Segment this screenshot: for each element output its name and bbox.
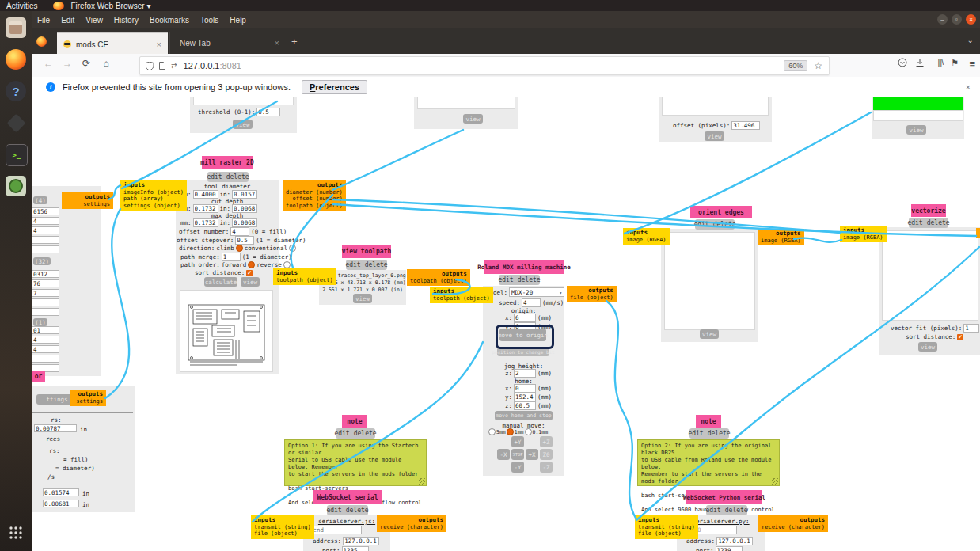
window-close-button[interactable]: ×: [966, 14, 976, 25]
sort-distance-checkbox[interactable]: ✓: [246, 270, 253, 276]
offset-stepover-input[interactable]: [235, 236, 254, 245]
edit-delete-buttons[interactable]: edit delete: [336, 428, 375, 439]
module-header-fragment[interactable]: or: [32, 370, 45, 382]
outputs-block[interactable]: outputs file (object): [567, 286, 617, 302]
dock-help-icon[interactable]: ?: [6, 81, 26, 101]
activities-button[interactable]: Activities: [0, 2, 44, 10]
list-all-tabs-icon[interactable]: ⌄: [967, 36, 974, 44]
edit-delete-buttons[interactable]: edit delete: [695, 219, 735, 230]
view-button[interactable]: view: [700, 329, 719, 339]
threshold-input[interactable]: [256, 108, 280, 116]
dock-notes-icon[interactable]: [6, 176, 26, 196]
hamburger-menu-icon[interactable]: ≡: [969, 58, 975, 70]
value-input[interactable]: [32, 226, 59, 234]
zoom-level-badge[interactable]: 60%: [784, 60, 807, 71]
edit-delete-buttons[interactable]: edit delete: [499, 275, 540, 285]
view-button[interactable]: view: [918, 342, 937, 352]
delete-button[interactable]: delete: [927, 219, 950, 226]
inputs-block[interactable]: inputs image (RGBA): [840, 226, 887, 242]
edit-button[interactable]: edit: [907, 219, 922, 226]
forward-radio[interactable]: [248, 261, 255, 268]
edit-delete-buttons[interactable]: edit delete: [689, 428, 729, 439]
value-input[interactable]: [32, 270, 59, 278]
mini-button[interactable]: (4): [33, 196, 47, 204]
tab-close-icon[interactable]: ×: [157, 40, 161, 49]
reload-button[interactable]: ⟳: [79, 58, 93, 69]
outputs-block[interactable]: outputs diameter (number) offset (number…: [283, 180, 346, 211]
forward-button[interactable]: →: [60, 58, 74, 69]
jog-minus-x-button[interactable]: -X: [497, 449, 510, 460]
view-button[interactable]: view: [241, 277, 260, 287]
tab-close-icon[interactable]: ×: [275, 38, 279, 48]
menu-history[interactable]: History: [108, 16, 144, 25]
jog-plus-z-button[interactable]: +Z: [540, 436, 553, 447]
value-input[interactable]: [32, 336, 59, 344]
move-to-origin-button[interactable]: move to origin: [499, 329, 546, 341]
back-button[interactable]: ←: [41, 58, 55, 69]
menu-bookmarks[interactable]: Bookmarks: [144, 16, 195, 25]
delete-button[interactable]: delete: [226, 173, 249, 180]
menu-tools[interactable]: Tools: [195, 16, 224, 25]
edit-delete-buttons[interactable]: edit delete: [207, 172, 249, 182]
view-button[interactable]: view: [463, 114, 483, 124]
model-select[interactable]: MDX-20▾: [509, 287, 564, 297]
edit-button[interactable]: edit: [345, 261, 360, 268]
jog-plus-x-button[interactable]: +X: [526, 449, 538, 460]
jog-z-input[interactable]: [514, 369, 536, 378]
inputs-block[interactable]: inputs transmit (string) file (object): [635, 515, 698, 539]
menu-help[interactable]: Help: [224, 16, 252, 25]
send-input[interactable]: [308, 526, 362, 534]
inputs-block[interactable]: inputs toolpath (object): [273, 268, 336, 285]
downloads-icon[interactable]: [915, 58, 925, 70]
step-5mm-radio[interactable]: [488, 428, 496, 435]
module-header-view-toolpath[interactable]: view toolpath: [342, 245, 391, 258]
dock-apps-grid-icon[interactable]: [6, 522, 26, 543]
inputs-block[interactable]: inputs image (RGBA): [623, 228, 670, 245]
dock-files-icon[interactable]: [6, 17, 26, 38]
value-input[interactable]: [32, 308, 59, 316]
tab-mods-ce[interactable]: mods CE ×: [57, 32, 168, 55]
value-input[interactable]: [32, 326, 59, 334]
delete-button[interactable]: delete: [708, 430, 731, 437]
jog-minus-y-button[interactable]: -Y: [511, 462, 524, 473]
view-button[interactable]: view: [705, 131, 724, 141]
max-mm-input[interactable]: [193, 218, 218, 227]
calculate-button[interactable]: calculate: [204, 277, 237, 287]
module-header-note[interactable]: note: [342, 415, 367, 428]
tracking-icon[interactable]: ⇄: [171, 62, 177, 70]
dock-inkscape-icon[interactable]: [6, 112, 26, 133]
bookmark-star-icon[interactable]: ☆: [814, 60, 822, 71]
move-home-and-stop-button[interactable]: move home and stop: [495, 411, 553, 420]
module-header-orient-edges[interactable]: orient edges: [690, 206, 752, 218]
port-input[interactable]: [342, 546, 369, 551]
home-button[interactable]: ⌂: [99, 58, 113, 69]
inputs-block[interactable]: inputs transmit (string) file (object): [251, 515, 314, 539]
reverse-radio[interactable]: [283, 261, 291, 268]
delete-button[interactable]: delete: [725, 507, 748, 514]
step-1mm-radio[interactable]: [507, 428, 514, 435]
sort-distance-checkbox[interactable]: ✓: [957, 334, 963, 340]
outputs-block[interactable]: outputssettings: [70, 390, 106, 406]
sidebar-flag-icon[interactable]: ⚑: [951, 58, 959, 68]
delete-button[interactable]: delete: [354, 430, 377, 437]
path-merge-input[interactable]: [222, 253, 241, 261]
menu-edit[interactable]: Edit: [55, 16, 80, 25]
view-button[interactable]: view: [906, 125, 926, 135]
window-maximize-button[interactable]: ▫: [952, 14, 962, 25]
notification-close-icon[interactable]: ×: [966, 82, 971, 92]
outputs-block[interactable]: outputs receive (character): [758, 515, 828, 532]
value-input[interactable]: [32, 217, 59, 225]
note-textarea[interactable]: Option 1: If you are using the Startech …: [284, 439, 427, 486]
value-input[interactable]: [43, 500, 79, 507]
mini-button[interactable]: (1): [33, 318, 47, 326]
address-input[interactable]: [716, 537, 753, 545]
value-input[interactable]: [32, 207, 59, 215]
outputs-block[interactable]: [976, 228, 980, 238]
conventional-radio[interactable]: [289, 245, 296, 252]
climb-radio[interactable]: [236, 245, 243, 252]
jog-minus-z-button[interactable]: -Z: [540, 462, 553, 473]
home-x-input[interactable]: [514, 384, 536, 393]
pocket-icon[interactable]: [898, 58, 907, 70]
step-0.1mm-radio[interactable]: [525, 428, 532, 435]
edit-delete-buttons[interactable]: edit delete: [706, 505, 747, 515]
